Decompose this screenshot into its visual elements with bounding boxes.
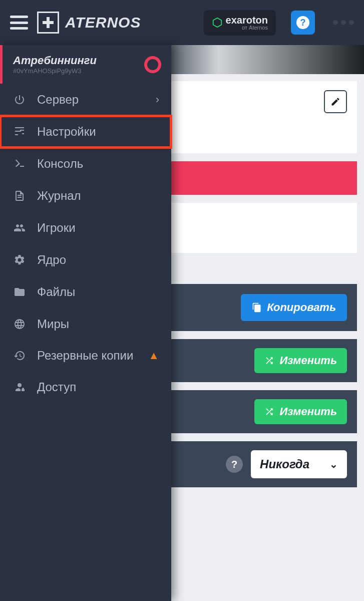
- warning-icon: ▲: [148, 349, 159, 362]
- sidebar-item-files[interactable]: Файлы: [0, 276, 171, 308]
- users-icon: [12, 222, 27, 234]
- logo-text: ATERNOS: [65, 14, 141, 31]
- sidebar-item-settings[interactable]: Настройки: [0, 116, 171, 148]
- nav-label: Резервные копии: [37, 349, 133, 362]
- logo[interactable]: ATERNOS: [37, 12, 141, 34]
- user-lock-icon: [12, 381, 27, 393]
- sidebar-item-backups[interactable]: Резервные копии ▲: [0, 340, 171, 371]
- sidebar-item-access[interactable]: Доступ: [0, 371, 171, 403]
- change-label-1: Изменить: [279, 354, 337, 367]
- power-icon: [12, 94, 27, 106]
- frequency-select[interactable]: Никогда ⌄: [251, 450, 347, 478]
- nav-label: Сервер: [37, 93, 79, 107]
- history-icon: [12, 350, 27, 362]
- copy-icon: [252, 303, 262, 313]
- logo-icon: [37, 12, 59, 34]
- sidebar-item-server[interactable]: Сервер ›: [0, 84, 171, 116]
- nav-label: Консоль: [37, 157, 83, 171]
- sidebar-item-console[interactable]: Консоль: [0, 148, 171, 180]
- sidebar: Атребиннинги #0vYmAHOSpiPg9yW3 Сервер › …: [0, 45, 171, 601]
- shuffle-icon: [264, 407, 274, 417]
- copy-label: Копировать: [267, 301, 336, 314]
- header: ATERNOS exaroton от Aternos ?: [0, 0, 364, 45]
- sidebar-nav: Сервер › Настройки Консоль Журнал Игроки…: [0, 84, 171, 403]
- document-icon: [12, 190, 27, 202]
- menu-icon[interactable]: [10, 16, 28, 30]
- globe-icon: [12, 318, 27, 330]
- copy-button[interactable]: Копировать: [241, 294, 347, 321]
- shuffle-icon: [264, 356, 274, 366]
- help-icon[interactable]: ?: [226, 456, 243, 473]
- question-icon: ?: [296, 16, 309, 29]
- sidebar-item-players[interactable]: Игроки: [0, 212, 171, 244]
- sidebar-server-header[interactable]: Атребиннинги #0vYmAHOSpiPg9yW3: [0, 45, 171, 84]
- change-button-1[interactable]: Изменить: [254, 348, 347, 373]
- nav-label: Игроки: [37, 221, 76, 235]
- server-name: Атребиннинги: [13, 54, 97, 67]
- folder-icon: [12, 286, 27, 298]
- chevron-right-icon: ›: [156, 93, 159, 106]
- nav-label: Ядро: [37, 253, 66, 267]
- select-value: Никогда: [260, 457, 309, 471]
- exaroton-label: exaroton: [226, 15, 268, 25]
- chevron-down-icon: ⌄: [329, 458, 338, 470]
- server-id: #0vYmAHOSpiPg9yW3: [13, 67, 97, 75]
- gears-icon: [12, 254, 27, 266]
- sliders-icon: [12, 126, 27, 138]
- nav-label: Миры: [37, 317, 69, 331]
- nav-label: Доступ: [37, 380, 76, 394]
- stop-icon[interactable]: [144, 56, 161, 73]
- exaroton-sublabel: от Aternos: [226, 25, 268, 31]
- svg-marker-0: [213, 18, 221, 27]
- terminal-icon: [12, 158, 27, 170]
- pencil-icon: [330, 97, 340, 107]
- change-button-2[interactable]: Изменить: [254, 399, 347, 424]
- sidebar-item-worlds[interactable]: Миры: [0, 308, 171, 340]
- sidebar-item-software[interactable]: Ядро: [0, 244, 171, 276]
- exaroton-link[interactable]: exaroton от Aternos: [204, 10, 276, 36]
- nav-label: Файлы: [37, 285, 75, 299]
- nav-label: Настройки: [37, 125, 96, 139]
- nav-label: Журнал: [37, 189, 81, 203]
- help-button[interactable]: ?: [291, 11, 315, 35]
- change-label-2: Изменить: [279, 405, 337, 418]
- sidebar-item-log[interactable]: Журнал: [0, 180, 171, 212]
- more-icon[interactable]: [333, 20, 354, 25]
- edit-button[interactable]: [324, 90, 347, 113]
- exaroton-icon: [212, 17, 223, 28]
